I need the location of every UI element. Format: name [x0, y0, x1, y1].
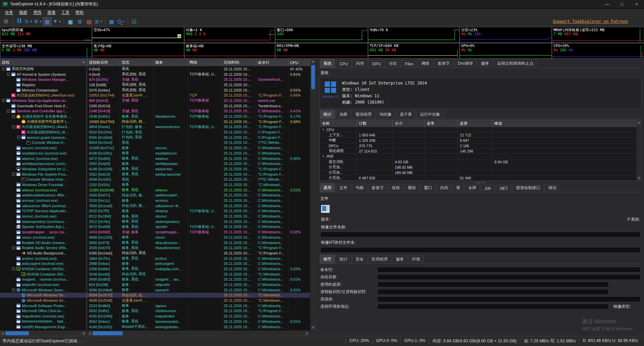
stats-row[interactable]: ▼CPU [320, 127, 641, 132]
tree-expander-icon[interactable]: − [12, 288, 15, 291]
system-info-button[interactable]: ▣ [66, 17, 75, 26]
process-list-vertical-scrollbar[interactable]: ▲ ▼ [310, 59, 316, 330]
process-row[interactable]: Windows Driver Foundati...1292 [0x50c]服务… [0, 182, 310, 187]
scroll-down-icon[interactable]: ▼ [637, 176, 641, 181]
stats-row[interactable]: 分页池...180.40 MB [320, 170, 641, 175]
image-name-input[interactable] [320, 232, 641, 237]
scroll-down-icon[interactable]: ▼ [311, 325, 316, 330]
graph-panel[interactable]: 文件读写<238 MB5 MB2 MB285 KB [0, 43, 92, 59]
stats-row[interactable]: 提交消耗4.93 GB8.94 GB [320, 159, 641, 165]
detail-tab-general[interactable]: 通用 [320, 183, 335, 192]
process-row[interactable]: Microsoft Software Protec...2224 [0x8b0]… [0, 303, 310, 308]
process-row[interactable]: −NT Kernel & System (System)4 [0x4]系统进程,… [0, 72, 310, 77]
freeze-button[interactable]: ❄▼ [34, 17, 42, 26]
stats-column-header[interactable]: 计数 [357, 120, 393, 127]
menu-item-tasks[interactable]: 任务 [2, 9, 16, 16]
patreon-link[interactable]: Support TaskExplorer on Patreon [553, 19, 628, 24]
column-header-process[interactable]: 进程▼ [0, 59, 87, 66]
process-row[interactable]: −Windows File System Prox...1552 [0x610]… [0, 172, 310, 177]
stats-column-header[interactable]: 名称 [320, 120, 357, 127]
process-row[interactable]: −awesun guard (awesun...5556 [0x15b4]打包的… [0, 135, 310, 140]
graph-panel[interactable]: 空间=47% [92, 27, 184, 43]
menu-item-find[interactable]: 查找 [30, 9, 44, 16]
process-row[interactable]: wsaifabricsvc (svchost.exe)4108 [0x100c]… [0, 151, 310, 156]
tree-horizontal-scrollbar[interactable]: ◄ ► [0, 331, 87, 336]
tree-expander-icon[interactable]: − [12, 173, 15, 176]
tree-expander-icon[interactable]: − [12, 125, 15, 128]
bottom-tab-environment[interactable]: 环境 [408, 255, 424, 264]
process-row[interactable]: wscsvc (svchost.exe)10188 [0x27cc]服务wscs… [0, 145, 310, 151]
graph-panel[interactable]: 分区=23%0%0%23% [460, 27, 552, 43]
search-button[interactable]: ▼ [117, 17, 125, 26]
scroll-up-icon[interactable]: ▲ [311, 59, 316, 64]
subtab-atom-table[interactable]: 原子表 [396, 110, 416, 119]
process-row[interactable]: −Windows Start-Up Application (w...960 [… [0, 98, 310, 103]
process-row[interactable]: Usermode Font Driver Host (f...1300 [0x5… [0, 103, 310, 109]
module-list-button[interactable]: ≣▼ [94, 17, 103, 26]
column-header[interactable]: 进程标识符 [87, 59, 120, 66]
process-row[interactable]: 火绒安全软件托盘程序 (...10080 [0x2760]跨会话的, 独...2… [0, 119, 310, 124]
process-row[interactable]: Registry136 [0x88]系统进程, 系统25.11.2025 15:… [0, 82, 310, 88]
process-row[interactable]: Microsoft Office Click-to-...3932 [0xf5c… [0, 308, 310, 314]
menu-item-help[interactable]: 帮助 [72, 9, 87, 16]
tree-view-button[interactable]: ▦ [43, 17, 52, 26]
process-row[interactable]: Microsoft Windows Se...9584 [0x2570]跨会话的… [0, 293, 310, 298]
refresh-button[interactable]: ↻▼ [24, 17, 33, 26]
task-list-button[interactable]: ☑ [130, 17, 139, 26]
detail-tab-job[interactable]: Job [481, 185, 494, 192]
scroll-left-icon[interactable]: ◄ [0, 331, 5, 336]
menu-item-tools[interactable]: 工具 [58, 9, 72, 16]
field-input[interactable] [377, 289, 609, 295]
detail-tab-memory[interactable]: 内存 [436, 184, 452, 192]
process-row[interactable]: nvagent， rasman (svchos...3408 [0xd50]服务… [0, 277, 310, 282]
tab-rpc-endpoints[interactable]: 远程过程调用终止点 [493, 59, 537, 68]
detail-tab-gdi[interactable]: 图形绘制接口 [513, 184, 544, 192]
detail-tab-windows[interactable]: 窗口 [420, 184, 436, 192]
horizontal-scroll-thumb[interactable] [5, 331, 29, 335]
process-row[interactable]: HD Audio Background...5280 [0x14a0]跨会话的,… [0, 250, 310, 256]
process-row[interactable]: profsvc (svchost.exe)1884 [0x75c]服务, 系统p… [0, 256, 310, 261]
process-row[interactable]: Memory Compression2476 [0x9ac]系统进程, 系统25… [0, 88, 310, 93]
process-row[interactable]: NVIDIA Container (NV...3248 [0xcb0]跨会话的,… [0, 272, 310, 277]
detail-tab-modules[interactable]: 模块 [404, 184, 420, 192]
process-row[interactable]: Console Window Host ...4348 [0x10fc]系统25… [0, 177, 310, 182]
process-row[interactable]: whesvc (svchost.exe)11080 [0x2b48]服务, 系统… [0, 187, 310, 193]
process-row[interactable]: Microsoft Windows Se...9688 [0x25d8]在重要J… [0, 298, 310, 303]
process-row[interactable]: policyagent (svchost.exe)2988 [0xbac]服务p… [0, 261, 310, 266]
detail-tab-threads[interactable]: 线程 [388, 184, 404, 192]
tree-expander-icon[interactable]: − [2, 99, 5, 102]
column-header[interactable]: 网络 [188, 59, 222, 66]
process-row[interactable]: −向日葵远程控制64位 (AweS...3804 [0xedc]打包的, 服务.… [0, 124, 310, 130]
performance-monitor-button[interactable]: ▦ [107, 17, 116, 26]
scroll-right-icon[interactable]: ► [82, 331, 87, 336]
stats-column-header[interactable]: 差异 [458, 120, 492, 127]
process-row[interactable]: staterepository (svchost.e...2012 [0x7dc… [0, 219, 310, 224]
tab-network[interactable]: 网络 [418, 59, 433, 68]
stats-column-header[interactable]: 峰值 [492, 120, 641, 127]
stats-column-header[interactable]: 大小 [393, 120, 425, 127]
graph-panel[interactable]: MMAP(内存映射)读写<153 MB7 MB857 KB [552, 27, 644, 43]
detail-tab-heap[interactable]: 堆 [452, 184, 464, 192]
stats-scrollbar[interactable]: ▲ ▼ [637, 120, 641, 181]
stats-row[interactable]: 分页池...6 987 83551 940 [320, 175, 641, 181]
vertical-scroll-thumb[interactable] [311, 65, 315, 89]
tab-partition[interactable]: 分区 [385, 59, 400, 68]
graph-panel[interactable]: TCP/IP<684 KB602 KB39 KB [368, 43, 460, 59]
subtab-pool-table[interactable]: 池表 [336, 110, 351, 119]
scroll-left-icon[interactable]: ◄ [87, 331, 92, 336]
process-row[interactable]: −系统空闲进程0 [0x0]系统25.11.2025 15:...87.42% [0, 66, 310, 72]
filter-button[interactable]: ▼▼ [52, 17, 62, 26]
tree-expander-icon[interactable]: − [12, 246, 15, 249]
stats-row[interactable]: 上下文...1 859 64612 712 [320, 132, 641, 138]
tab-services[interactable]: 服务 [477, 59, 493, 68]
menu-item-options[interactable]: 选项 [44, 9, 58, 16]
subtab-statistics[interactable]: 统计 [320, 110, 335, 119]
bottom-tab-security[interactable]: 安全 [352, 255, 367, 264]
graph-panel[interactable]: RAS/VPN<0B0B0B [275, 43, 368, 59]
tab-sockets[interactable]: 套接字 [434, 59, 453, 68]
process-row[interactable]: mapsbroker (svchost.exe)4160 [0x1040]服务m… [0, 313, 310, 319]
stats-row[interactable]: 系统调用27 114 815145 296 [320, 149, 641, 154]
tree-expander-icon[interactable]: − [12, 115, 15, 118]
process-row[interactable]: Windows Session Manage...524 [0x20c]关键, … [0, 77, 310, 82]
process-row[interactable]: udkusersvc 4f5e4 (svchost...7840 [0x1ea0… [0, 203, 310, 209]
